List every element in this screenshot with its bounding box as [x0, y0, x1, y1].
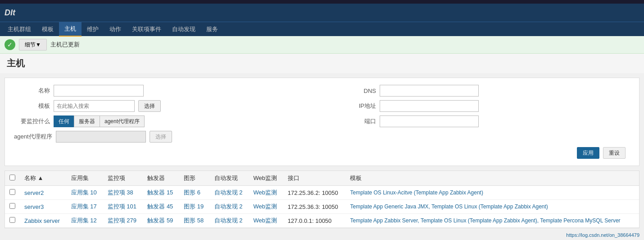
host-name-link-0[interactable]: server2 [24, 189, 44, 196]
filter-template-input[interactable] [54, 100, 135, 112]
row-graphs-2: 图形 58 [179, 214, 209, 228]
footer-link: https://log.csdn.net/on_38664479 [566, 232, 639, 233]
page-title: 主机 [0, 54, 644, 73]
row-appsets-1: 应用集 17 [67, 200, 103, 214]
reset-button[interactable]: 重设 [603, 147, 626, 159]
logo-bar: DIt [0, 4, 644, 22]
row-select-0[interactable] [9, 189, 15, 195]
filter-action-row: 应用 重设 [14, 147, 630, 159]
filter-agent-label: agent代理程序 [14, 133, 52, 141]
row-name-2: Zabbix server [20, 214, 67, 228]
autodiscovery-link-0[interactable]: 自动发现 2 [214, 189, 243, 196]
row-webmonitor-1: Web监测 [249, 200, 283, 214]
row-select-1[interactable] [9, 203, 15, 209]
filter-monitor-group: 要监控什么 任何 服务器 agent代理程序 [14, 115, 304, 127]
triggers-link-0[interactable]: 触发器 15 [147, 189, 173, 196]
table-row: server2 应用集 10 监控项 38 触发器 15 图形 6 自动发现 2… [5, 186, 639, 200]
row-monitors-2: 监控项 279 [103, 214, 143, 228]
row-name-0: server2 [20, 186, 67, 200]
row-monitors-0: 监控项 38 [103, 186, 143, 200]
status-detail-button[interactable]: 细节▼ [19, 39, 47, 51]
table-row: server3 应用集 17 监控项 101 触发器 45 图形 19 自动发现… [5, 200, 639, 214]
th-checkbox [5, 171, 20, 186]
status-check-icon: ✓ [5, 39, 15, 50]
row-interface-2: 127.0.0.1: 10050 [283, 214, 346, 228]
app-logo: DIt [5, 8, 15, 18]
host-name-link-2[interactable]: Zabbix server [24, 217, 60, 224]
th-monitors: 监控项 [103, 171, 143, 186]
row-interface-1: 172.25.36.3: 10050 [283, 200, 346, 214]
autodiscovery-link-1[interactable]: 自动发现 2 [214, 203, 243, 210]
th-name[interactable]: 名称 ▲ [20, 171, 67, 186]
triggers-link-1[interactable]: 触发器 45 [147, 203, 173, 210]
monitors-link-0[interactable]: 监控项 38 [108, 189, 133, 196]
webmonitor-link-1[interactable]: Web监测 [254, 203, 277, 210]
nav-item-templates[interactable]: 模板 [36, 22, 59, 37]
apply-button[interactable]: 应用 [577, 147, 599, 159]
row-templates-2: Template App Zabbix Server, Template OS … [345, 214, 639, 228]
monitor-btn-server[interactable]: 服务器 [74, 115, 100, 127]
filter-agent-select-button[interactable]: 选择 [150, 131, 172, 143]
table-header-row: 名称 ▲ 应用集 监控项 触发器 图形 自动发现 Web监测 接口 模板 [5, 171, 639, 186]
host-name-link-1[interactable]: server3 [24, 203, 44, 210]
th-app-sets: 应用集 [67, 171, 103, 186]
filter-ip-input[interactable] [380, 100, 479, 112]
nav-item-related-events[interactable]: 关联项事件 [127, 22, 167, 37]
filter-name-label: 名称 [14, 87, 50, 95]
th-interface: 接口 [283, 171, 346, 186]
nav-item-services[interactable]: 服务 [201, 22, 223, 37]
monitor-btn-agent-proxy[interactable]: agent代理程序 [100, 115, 145, 127]
status-bar: ✓ 细节▼ 主机已更新 [0, 36, 644, 54]
th-triggers: 触发器 [143, 171, 179, 186]
webmonitor-link-0[interactable]: Web监测 [254, 189, 277, 196]
nav-item-auto-discovery[interactable]: 自动发现 [167, 22, 201, 37]
row-name-1: server3 [20, 200, 67, 214]
appsets-link-2[interactable]: 应用集 12 [71, 217, 97, 224]
top-accent-bar [0, 0, 644, 4]
appsets-link-0[interactable]: 应用集 10 [71, 189, 97, 196]
row-webmonitor-0: Web监测 [249, 186, 283, 200]
appsets-link-1[interactable]: 应用集 17 [71, 203, 97, 210]
th-auto-discovery: 自动发现 [210, 171, 249, 186]
row-triggers-0: 触发器 15 [143, 186, 179, 200]
monitor-btn-any[interactable]: 任何 [54, 115, 74, 127]
nav-item-actions[interactable]: 动作 [104, 22, 127, 37]
filter-name-input[interactable] [54, 85, 144, 97]
row-checkbox-2 [5, 214, 20, 228]
row-appsets-2: 应用集 12 [67, 214, 103, 228]
row-autodiscovery-0: 自动发现 2 [210, 186, 249, 200]
nav-item-hosts[interactable]: 主机 [59, 22, 82, 37]
filter-agent-input[interactable] [56, 131, 146, 143]
select-all-checkbox[interactable] [9, 175, 15, 180]
row-autodiscovery-2: 自动发现 2 [210, 214, 249, 228]
filter-port-label: 端口 [340, 117, 376, 125]
row-autodiscovery-1: 自动发现 2 [210, 200, 249, 214]
row-triggers-1: 触发器 45 [143, 200, 179, 214]
row-templates-1: Template App Generic Java JMX, Template … [345, 200, 639, 214]
graphs-link-2[interactable]: 图形 58 [184, 217, 204, 224]
monitors-link-1[interactable]: 监控项 101 [108, 203, 136, 210]
graphs-link-0[interactable]: 图形 6 [184, 189, 200, 196]
autodiscovery-link-2[interactable]: 自动发现 2 [214, 217, 243, 224]
filter-agent-group: agent代理程序 选择 [14, 131, 304, 143]
filter-template-label: 模板 [14, 102, 50, 110]
triggers-link-2[interactable]: 触发器 59 [147, 217, 173, 224]
filter-template-select-button[interactable]: 选择 [138, 100, 161, 112]
nav-item-host-groups[interactable]: 主机群组 [2, 22, 36, 37]
row-checkbox-0 [5, 186, 20, 200]
webmonitor-link-2[interactable]: Web监测 [254, 217, 277, 224]
row-webmonitor-2: Web监测 [249, 214, 283, 228]
filter-section: 名称 模板 选择 要监控什么 任何 服务器 agent代理程序 agent代理 [5, 78, 639, 166]
filter-dns-input[interactable] [380, 85, 479, 97]
nav-item-maintenance[interactable]: 维护 [82, 22, 104, 37]
hosts-table-section: 名称 ▲ 应用集 监控项 触发器 图形 自动发现 Web监测 接口 模板 ser… [5, 171, 639, 228]
row-interface-0: 172.25.36.2: 10050 [283, 186, 346, 200]
filter-ip-label: IP地址 [340, 102, 376, 110]
filter-port-group: 端口 [340, 115, 630, 127]
monitors-link-2[interactable]: 监控项 279 [108, 217, 136, 224]
hosts-table: 名称 ▲ 应用集 监控项 触发器 图形 自动发现 Web监测 接口 模板 ser… [5, 171, 639, 228]
monitor-type-group: 任何 服务器 agent代理程序 [54, 115, 145, 127]
row-select-2[interactable] [9, 217, 15, 223]
graphs-link-1[interactable]: 图形 19 [184, 203, 204, 210]
filter-port-input[interactable] [380, 115, 479, 127]
